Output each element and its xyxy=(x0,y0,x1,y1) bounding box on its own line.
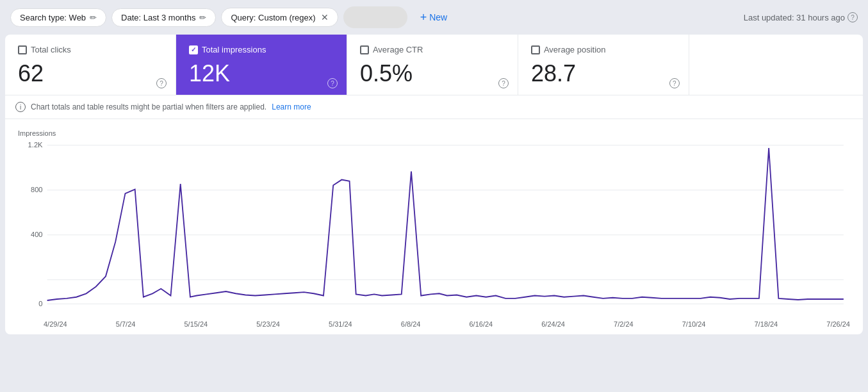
metric-value-ctr: 0.5% xyxy=(360,60,505,87)
info-icon: i xyxy=(15,102,26,112)
query-filter[interactable]: Query: Custom (regex) ✕ xyxy=(221,8,338,27)
metric-total-impressions[interactable]: Total impressions 12K ? xyxy=(176,35,347,95)
chart-container: 1.2K 800 400 0 xyxy=(18,138,850,318)
new-button[interactable]: + New xyxy=(413,8,455,27)
last-updated: Last updated: 31 hours ago ? xyxy=(744,12,858,22)
search-type-label: Search type: Web xyxy=(20,13,86,22)
help-icon-position[interactable]: ? xyxy=(669,78,680,88)
learn-more-link[interactable]: Learn more xyxy=(272,102,311,111)
metric-checkbox-ctr[interactable] xyxy=(360,45,369,54)
metrics-row: Total clicks 62 ? Total impressions 12K … xyxy=(5,35,863,95)
x-label: 7/26/24 xyxy=(826,320,850,328)
main-content: Total clicks 62 ? Total impressions 12K … xyxy=(5,35,863,334)
empty-space xyxy=(689,35,863,95)
metric-label-ctr: Average CTR xyxy=(373,45,423,54)
metric-label-impressions: Total impressions xyxy=(202,45,266,54)
metric-value-impressions: 12K xyxy=(189,60,334,87)
metric-average-ctr[interactable]: Average CTR 0.5% ? xyxy=(347,35,518,95)
x-label: 5/15/24 xyxy=(184,320,208,328)
x-label: 7/18/24 xyxy=(754,320,778,328)
metric-checkbox-clicks[interactable] xyxy=(18,45,27,54)
x-label: 4/29/24 xyxy=(44,320,67,328)
info-bar: i Chart totals and table results might b… xyxy=(5,95,863,119)
chart-area: Impressions 1.2K 800 400 0 4/29/24 xyxy=(5,119,863,334)
x-label: 7/10/24 xyxy=(682,320,706,328)
x-label: 5/31/24 xyxy=(329,320,352,328)
x-label: 5/23/24 xyxy=(256,320,280,328)
metric-value-position: 28.7 xyxy=(531,60,676,87)
metric-header: Total clicks xyxy=(18,45,163,54)
plus-icon: + xyxy=(420,12,427,23)
help-icon[interactable]: ? xyxy=(848,12,858,22)
metric-total-clicks[interactable]: Total clicks 62 ? xyxy=(5,35,176,95)
help-icon-ctr[interactable]: ? xyxy=(498,78,509,88)
edit-icon: ✏ xyxy=(199,13,206,22)
help-icon-impressions[interactable]: ? xyxy=(327,78,338,88)
svg-text:400: 400 xyxy=(31,231,43,238)
metric-header-ctr: Average CTR xyxy=(360,45,505,54)
top-bar: Search type: Web ✏ Date: Last 3 months ✏… xyxy=(0,0,868,35)
metric-value-clicks: 62 xyxy=(18,60,163,87)
edit-icon: ✏ xyxy=(90,13,97,22)
x-label: 5/7/24 xyxy=(116,320,136,328)
svg-text:1.2K: 1.2K xyxy=(28,141,43,149)
x-label: 6/24/24 xyxy=(541,320,565,328)
help-icon-clicks[interactable]: ? xyxy=(156,78,167,88)
x-label: 7/2/24 xyxy=(614,320,634,328)
metric-checkbox-impressions[interactable] xyxy=(189,45,198,54)
close-icon[interactable]: ✕ xyxy=(321,12,329,22)
chart-y-label: Impressions xyxy=(18,129,850,137)
metric-average-position[interactable]: Average position 28.7 ? xyxy=(518,35,689,95)
x-axis-labels: 4/29/24 5/7/24 5/15/24 5/23/24 5/31/24 6… xyxy=(18,318,850,328)
metric-header-position: Average position xyxy=(531,45,676,54)
metric-label-clicks: Total clicks xyxy=(31,45,71,54)
blank-filter xyxy=(343,6,407,28)
info-text: Chart totals and table results might be … xyxy=(31,102,266,111)
svg-text:800: 800 xyxy=(31,186,43,193)
metric-checkbox-position[interactable] xyxy=(531,45,540,54)
svg-text:0: 0 xyxy=(38,300,42,307)
search-type-filter[interactable]: Search type: Web ✏ xyxy=(10,8,106,27)
x-label: 6/8/24 xyxy=(401,320,421,328)
date-label: Date: Last 3 months xyxy=(121,13,195,22)
date-filter[interactable]: Date: Last 3 months ✏ xyxy=(111,8,216,27)
x-label: 6/16/24 xyxy=(469,320,493,328)
metric-header-impressions: Total impressions xyxy=(189,45,334,54)
metric-label-position: Average position xyxy=(544,45,606,54)
chart-svg: 1.2K 800 400 0 xyxy=(18,138,850,318)
query-label: Query: Custom (regex) xyxy=(231,13,315,22)
